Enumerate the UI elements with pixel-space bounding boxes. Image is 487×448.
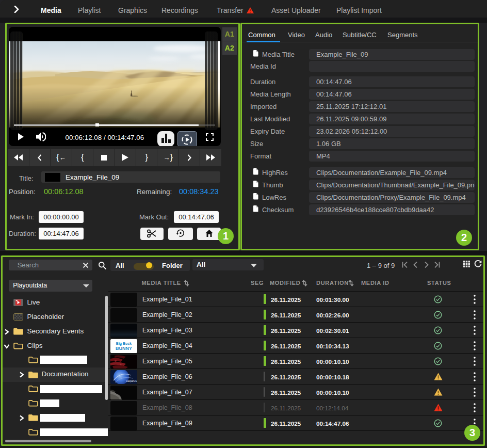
svg-text:BUNNY: BUNNY bbox=[116, 346, 132, 351]
svg-text:Big Buck: Big Buck bbox=[116, 342, 132, 346]
svg-text:CasparCG: CasparCG bbox=[126, 380, 137, 382]
